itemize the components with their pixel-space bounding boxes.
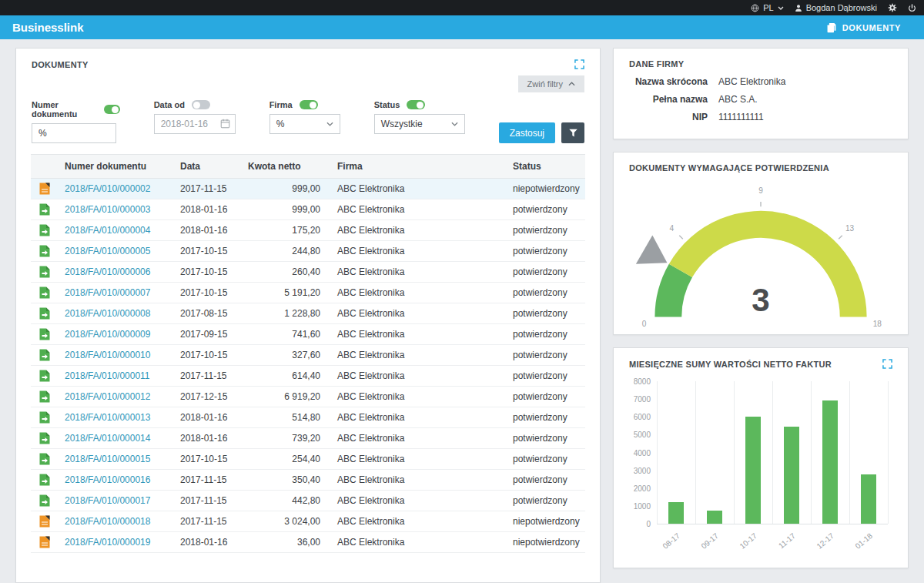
table-row[interactable]: 2018/FA/010/0000022017-11-15999,00ABC El…: [31, 179, 585, 199]
document-link[interactable]: 2018/FA/010/000016: [65, 474, 150, 485]
cell-status: niepotwierdzony: [505, 532, 585, 553]
document-link[interactable]: 2018/FA/010/000009: [65, 329, 150, 340]
table-row[interactable]: 2018/FA/010/0000052017-10-15244,80ABC El…: [31, 241, 585, 262]
language-selector[interactable]: PL: [751, 3, 783, 12]
document-confirmed-icon: [39, 286, 50, 299]
nav-documents-label: DOKUMENTY: [842, 23, 901, 32]
topbar: PL Bogdan Dąbrowski: [0, 0, 924, 15]
document-confirmed-icon: [39, 328, 50, 340]
table-row[interactable]: 2018/FA/010/0000032018-01-16999,00ABC El…: [31, 199, 585, 220]
bar-11-17[interactable]: [784, 427, 799, 524]
cell-company: ABC Elektronika: [330, 532, 505, 553]
table-row[interactable]: 2018/FA/010/0000082017-08-151 228,80ABC …: [31, 303, 585, 324]
x-axis-label: 11-17: [765, 531, 797, 560]
logout-button[interactable]: [908, 4, 916, 12]
document-link[interactable]: 2018/FA/010/000006: [65, 266, 150, 277]
y-axis-label: 0: [629, 520, 651, 528]
document-link[interactable]: 2018/FA/010/000017: [65, 495, 150, 506]
cell-company: ABC Elektronika: [330, 241, 505, 262]
header-company: Firma: [330, 155, 505, 179]
document-link[interactable]: 2018/FA/010/000005: [65, 246, 150, 256]
document-link[interactable]: 2018/FA/010/000011: [65, 370, 150, 381]
document-link[interactable]: 2018/FA/010/000012: [65, 391, 150, 402]
table-row[interactable]: 2018/FA/010/0000102017-10-15327,60ABC El…: [31, 345, 585, 366]
bar-08-17[interactable]: [668, 502, 684, 524]
document-link[interactable]: 2018/FA/010/000010: [65, 350, 150, 360]
cell-company: ABC Elektronika: [330, 283, 505, 303]
document-confirmed-icon: [39, 494, 50, 507]
table-row[interactable]: 2018/FA/010/0000132018-01-16514,80ABC El…: [31, 407, 585, 428]
collapse-filters-button[interactable]: Zwiń filtry: [518, 75, 584, 92]
gauge-tick-label: 0: [642, 320, 647, 328]
filter-firma-select[interactable]: %: [270, 114, 340, 134]
cell-amount: 6 919,20: [240, 387, 330, 407]
document-link[interactable]: 2018/FA/010/000007: [65, 287, 150, 298]
filter-status-select[interactable]: Wszystkie: [374, 114, 465, 134]
cell-date: 2018-01-16: [172, 220, 240, 241]
brand-logo[interactable]: Businesslink: [12, 21, 84, 34]
language-label: PL: [763, 3, 773, 12]
table-row[interactable]: 2018/FA/010/0000192018-01-1636,00ABC Ele…: [31, 532, 585, 553]
bar-09-17[interactable]: [707, 511, 722, 524]
cell-company: ABC Elektronika: [330, 262, 505, 283]
filter-numer-input[interactable]: [32, 123, 116, 143]
document-link[interactable]: 2018/FA/010/000004: [65, 225, 150, 236]
filter-toggle-numer[interactable]: [104, 105, 120, 114]
expand-chart-button[interactable]: [882, 359, 892, 369]
gauge-needle: [636, 235, 668, 263]
right-column: DANE FIRMY Nazwa skrócona ABC Elektronik…: [613, 48, 909, 568]
bar-01-18[interactable]: [861, 474, 876, 524]
document-link[interactable]: 2018/FA/010/000019: [65, 537, 150, 548]
cell-date: 2017-12-15: [172, 387, 240, 407]
filter-funnel-button[interactable]: [561, 122, 584, 143]
document-link[interactable]: 2018/FA/010/000003: [65, 204, 150, 215]
document-confirmed-icon: [39, 245, 50, 257]
table-row[interactable]: 2018/FA/010/0000182017-11-153 024,00ABC …: [31, 511, 585, 532]
document-link[interactable]: 2018/FA/010/000015: [65, 454, 150, 464]
table-row[interactable]: 2018/FA/010/0000122017-12-156 919,20ABC …: [31, 387, 585, 407]
document-link[interactable]: 2018/FA/010/000002: [65, 183, 150, 194]
cell-status: potwierdzony: [505, 220, 585, 241]
main-content: DOKUMENTY Zwiń filtry Numer dokumentu: [0, 39, 924, 583]
header-amount: Kwota netto: [240, 155, 330, 179]
document-link[interactable]: 2018/FA/010/000014: [65, 433, 150, 444]
nav-documents[interactable]: DOKUMENTY: [826, 22, 912, 33]
y-axis-label: 2000: [629, 484, 651, 493]
bar-12-17[interactable]: [822, 400, 838, 524]
table-row[interactable]: 2018/FA/010/0000042018-01-16175,20ABC El…: [31, 220, 585, 241]
table-row[interactable]: 2018/FA/010/0000162017-11-15350,40ABC El…: [31, 470, 585, 491]
settings-button[interactable]: [888, 3, 897, 12]
document-link[interactable]: 2018/FA/010/000013: [65, 412, 150, 423]
cell-status: potwierdzony: [505, 407, 585, 428]
filter-toggle-status[interactable]: [407, 100, 425, 109]
gear-icon: [888, 3, 897, 12]
filter-toggle-firma[interactable]: [300, 100, 318, 109]
filter-status-label: Status: [374, 100, 400, 109]
bar-10-17[interactable]: [745, 417, 761, 524]
document-link[interactable]: 2018/FA/010/000018: [65, 516, 150, 527]
filter-numer-label: Numer dokumentu: [32, 100, 97, 119]
gridline: [849, 381, 850, 524]
table-row[interactable]: 2018/FA/010/0000072017-10-155 191,20ABC …: [31, 283, 585, 303]
user-menu[interactable]: Bogdan Dąbrowski: [795, 3, 877, 12]
filter-toggle-data_od[interactable]: [192, 100, 210, 109]
table-header-row: Numer dokumentu Data Kwota netto Firma S…: [31, 155, 585, 179]
bar-chart-panel-title: MIESIĘCZNE SUMY WARTOŚCI NETTO FAKTUR: [629, 360, 832, 369]
document-unconfirmed-icon: [39, 515, 50, 528]
table-row[interactable]: 2018/FA/010/0000092017-09-15741,60ABC El…: [31, 324, 585, 345]
cell-amount: 614,40: [240, 366, 330, 387]
table-row[interactable]: 2018/FA/010/0000152017-10-15254,40ABC El…: [31, 449, 585, 470]
cell-status: potwierdzony: [505, 262, 585, 283]
cell-status: potwierdzony: [505, 449, 585, 470]
table-row[interactable]: 2018/FA/010/0000142018-01-16739,20ABC El…: [31, 428, 585, 449]
apply-button[interactable]: Zastosuj: [499, 122, 555, 143]
table-row[interactable]: 2018/FA/010/0000112017-11-15614,40ABC El…: [31, 366, 585, 387]
filter-date-input[interactable]: [154, 114, 236, 134]
table-row[interactable]: 2018/FA/010/0000172017-11-15442,80ABC El…: [31, 491, 585, 511]
document-link[interactable]: 2018/FA/010/000008: [65, 308, 150, 319]
cell-company: ABC Elektronika: [330, 179, 505, 199]
chevron-down-icon: [778, 6, 784, 10]
expand-documents-button[interactable]: [574, 59, 584, 69]
table-row[interactable]: 2018/FA/010/0000062017-10-15260,40ABC El…: [31, 262, 585, 283]
cell-status: niepotwierdzony: [505, 179, 585, 199]
